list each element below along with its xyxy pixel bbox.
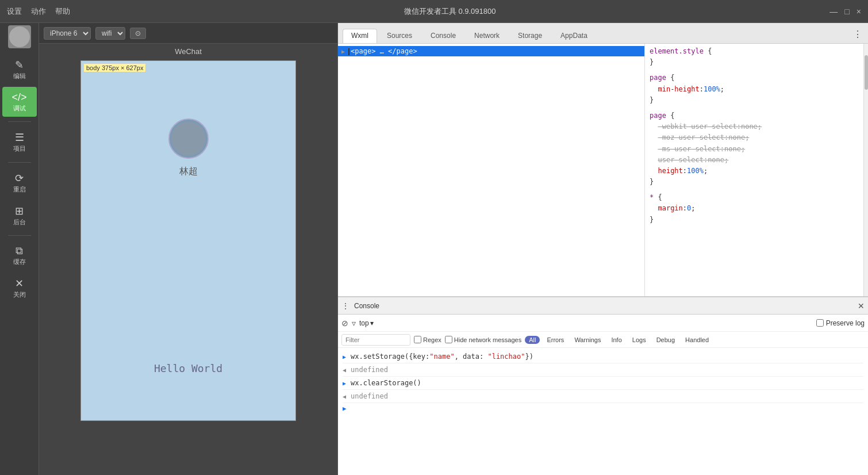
tab-console[interactable]: Console [422, 29, 464, 43]
main-container: ✎ 编辑 </> 调试 ☰ 项目 ⟳ 重启 ⊞ 后台 ⧉ 缓存 ✕ 关闭 [0, 23, 868, 475]
sidebar-divider-1 [8, 121, 31, 122]
sidebar-item-backend[interactable]: ⊞ 后台 [2, 200, 37, 231]
tab-appdata[interactable]: AppData [552, 29, 596, 43]
console-line-3: ▶ wx.clearStorage() [343, 377, 863, 390]
hide-network-text: Hide network messages [454, 336, 521, 343]
style-prop-moz-user-select: -moz-user-select:none; [658, 133, 749, 141]
menu-settings[interactable]: 设置 [7, 6, 22, 17]
tab-more-button[interactable]: ⋮ [847, 26, 868, 43]
minimize-button[interactable]: — [829, 7, 838, 16]
sidebar-item-reload[interactable]: ⟳ 重启 [2, 167, 37, 198]
element-tag: <page> … </page> [351, 47, 417, 55]
sidebar-item-debug[interactable]: </> 调试 [2, 87, 37, 117]
filter-tab-all[interactable]: All [525, 336, 540, 344]
console-close-button[interactable]: ✕ [858, 301, 865, 311]
sidebar-item-save[interactable]: ⧉ 缓存 [2, 240, 37, 270]
device-selector[interactable]: iPhone 6 [44, 27, 91, 40]
style-prop-minheight: min-height [658, 85, 699, 93]
simulator-area: iPhone 6 wifi ⊙ WeChat body 375px × 627p… [39, 23, 338, 475]
styles-panel: element.style { } page { min-height:100%… [645, 44, 863, 296]
sidebar-label-close: 关闭 [13, 291, 26, 298]
console-context-value: top [359, 319, 369, 327]
sidebar-divider-3 [8, 235, 31, 236]
preserve-log-area: Preserve log [816, 319, 865, 327]
styles-scrollbar[interactable] [863, 44, 868, 296]
console-undefined-1: undefined [351, 365, 388, 375]
edit-icon: ✎ [15, 59, 24, 71]
sidebar-label-reload: 重启 [13, 186, 26, 193]
console-tab-label[interactable]: Console [354, 302, 379, 310]
console-filter-bar: Regex Hide network messages All Errors W… [338, 332, 868, 348]
console-panel: ⋮ Console ✕ ⊘ ▿ top ▾ Preserve log [338, 297, 868, 475]
filter-tab-debug[interactable]: Debug [653, 336, 678, 344]
network-selector[interactable]: wifi [95, 27, 125, 40]
tab-sources[interactable]: Sources [378, 29, 421, 43]
console-toolbar: ⊘ ▿ top ▾ Preserve log [338, 315, 868, 332]
window-controls[interactable]: — □ × [829, 7, 861, 16]
console-context-select[interactable]: top ▾ [359, 319, 374, 327]
console-line-1: ▶ wx.setStorage({key:"name", data: "linc… [343, 350, 863, 363]
reload-icon: ⟳ [15, 172, 24, 185]
project-icon: ☰ [15, 131, 24, 144]
hide-network-checkbox[interactable] [445, 336, 452, 343]
regex-text: Regex [423, 336, 441, 343]
style-rule-page-2: page { -webkit-user-select:none; -moz-us… [650, 110, 859, 187]
element-row-selected[interactable]: ▶ <page> … </page> [338, 46, 644, 56]
menu-bar[interactable]: 设置 动作 帮助 [7, 6, 70, 17]
hide-network-label[interactable]: Hide network messages [445, 336, 521, 343]
style-prop-webkit-user-select: -webkit-user-select:none; [658, 122, 762, 131]
devtools-area: Wxml Sources Console Network Storage App… [338, 23, 868, 475]
regex-label[interactable]: Regex [414, 336, 441, 343]
title-bar: 设置 动作 帮助 微信开发者工具 0.9.091800 — □ × [0, 0, 868, 23]
console-line-4: ◀ undefined [343, 390, 863, 403]
preserve-log-checkbox[interactable] [816, 319, 824, 327]
simulator-toolbar: iPhone 6 wifi ⊙ [39, 23, 337, 44]
sidebar-item-project[interactable]: ☰ 项目 [2, 127, 37, 157]
style-val-minheight: 100% [704, 85, 720, 93]
sidebar-divider-2 [8, 162, 31, 163]
console-arrow-right-2: ▶ [343, 379, 348, 388]
console-clear-button[interactable]: ⊘ [341, 319, 348, 328]
tab-network[interactable]: Network [466, 29, 508, 43]
sidebar-item-edit[interactable]: ✎ 编辑 [2, 54, 37, 85]
console-menu-button[interactable]: ⋮ [341, 301, 349, 311]
scrollbar-thumb[interactable] [865, 55, 868, 90]
window-title: 微信开发者工具 0.9.091800 [404, 6, 496, 17]
menu-actions[interactable]: 动作 [31, 6, 46, 17]
close-icon: ✕ [15, 277, 24, 290]
maximize-button[interactable]: □ [844, 7, 849, 16]
phone-avatar [168, 118, 209, 159]
sidebar-item-close[interactable]: ✕ 关闭 [2, 273, 37, 303]
tab-wxml[interactable]: Wxml [343, 29, 377, 43]
style-rule-star: * { margin:0; } [650, 192, 859, 225]
filter-tab-warnings[interactable]: Warnings [571, 336, 604, 344]
console-undefined-2: undefined [351, 391, 388, 401]
filter-tab-logs[interactable]: Logs [629, 336, 650, 344]
filter-tab-info[interactable]: Info [608, 336, 625, 344]
close-button[interactable]: × [857, 7, 861, 16]
phone-username: 林超 [179, 166, 198, 178]
console-filter-input[interactable] [341, 334, 410, 346]
filter-tab-errors[interactable]: Errors [543, 336, 567, 344]
sidebar-label-debug: 调试 [13, 105, 26, 112]
style-val-height: 100% [687, 167, 704, 175]
avatar[interactable] [8, 25, 31, 48]
sidebar-label-edit: 编辑 [13, 72, 26, 80]
sidebar-label-backend: 后台 [13, 219, 26, 226]
sim-extra-button[interactable]: ⊙ [130, 28, 146, 39]
filter-tab-handled[interactable]: Handled [682, 336, 712, 344]
console-input-line[interactable]: ▶ [343, 403, 863, 414]
console-output[interactable]: ▶ wx.setStorage({key:"name", data: "linc… [338, 348, 868, 475]
preserve-log-label: Preserve log [826, 319, 865, 327]
style-selector-star: * [650, 193, 654, 201]
regex-checkbox[interactable] [414, 336, 421, 343]
console-text-2: wx.clearStorage() [351, 378, 421, 388]
style-prop-margin: margin [658, 204, 682, 212]
tab-storage[interactable]: Storage [509, 29, 551, 43]
console-filter-button[interactable]: ▿ [352, 319, 356, 328]
elements-panel[interactable]: ▶ <page> … </page> [338, 44, 645, 296]
backend-icon: ⊞ [15, 205, 24, 217]
menu-help[interactable]: 帮助 [55, 6, 70, 17]
left-sidebar: ✎ 编辑 </> 调试 ☰ 项目 ⟳ 重启 ⊞ 后台 ⧉ 缓存 ✕ 关闭 [0, 23, 39, 475]
style-brace-open: { [708, 47, 712, 55]
